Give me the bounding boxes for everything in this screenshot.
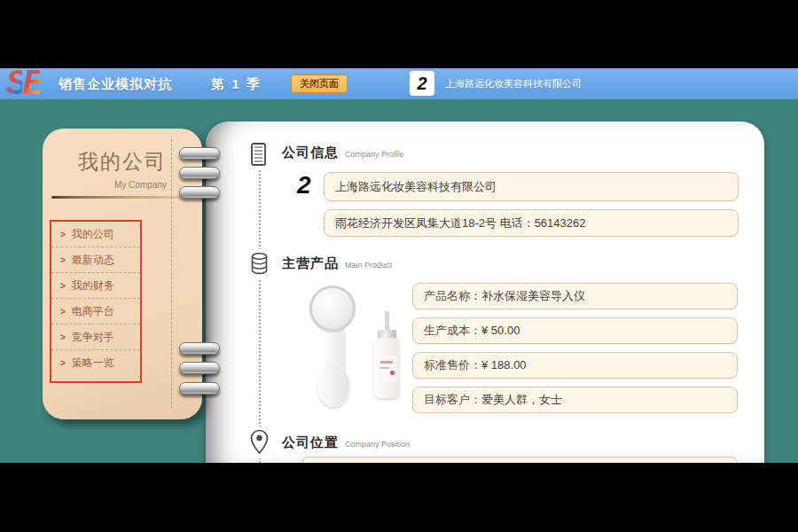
production-cost-field: 生产成本：¥ 50.00 [412,317,738,344]
notebook-page: 公司信息Company Profile 2 上海路远化妆美容科技有限公司 雨花经… [206,121,764,463]
section-timeline [259,148,261,463]
section-subtitle: Main Product [345,261,392,270]
company-address-field: 雨花经济开发区凤集大道18-2号 电话：56143262 [324,209,739,237]
app-title: 销售企业模拟对抗 [59,68,172,99]
season-label: 第 1 季 [211,68,262,99]
chevron-right-icon: > [60,358,66,368]
sidebar-item-label: 最新动态 [72,254,114,266]
building-icon [248,139,269,169]
sidebar-menu-highlighted: >我的公司 >最新动态 >我的财务 >电商平台 >竞争对手 >策略一览 [50,220,142,383]
section-title: 公司位置 [282,434,339,450]
company-logo-icon: 2 [410,71,434,96]
sidebar-item-label: 电商平台 [72,305,114,317]
chevron-right-icon: > [60,255,66,265]
topbar-company-name: 上海路远化妆美容科技有限公司 [445,68,582,99]
section-subtitle: Company Profile [345,150,404,159]
notebook-ring-icon [179,186,220,199]
sidebar-item-label: 我的财务 [72,279,114,292]
serum-bottle-label [378,356,396,382]
sidebar-stitch-line [171,139,172,409]
letterbox-top [0,0,798,68]
sidebar: 我的公司 My Company >我的公司 >最新动态 >我的财务 >电商平台 … [43,129,202,419]
top-navbar: SE 销售企业模拟对抗 第 1 季 关闭页面 2 上海路远化妆美容科技有限公司 [0,68,798,99]
letterbox-bottom [0,463,798,532]
product-name-field: 产品名称：补水保湿美容导入仪 [412,283,738,309]
sidebar-item-competitors[interactable]: >竞争对手 [51,325,140,350]
notebook-ring-icon [179,342,220,355]
beauty-device-head [309,286,356,332]
location-pin-icon [248,426,270,458]
chevron-right-icon: > [60,332,66,342]
sidebar-item-label: 策略一览 [72,356,114,369]
chevron-right-icon: > [60,307,66,317]
target-customer-field: 目标客户：爱美人群，女士 [412,387,738,413]
sidebar-title: 我的公司 [43,148,202,176]
chevron-right-icon: > [60,281,66,291]
standard-price-field: 标准售价：¥ 188.00 [412,352,738,379]
notebook-ring-icon [179,362,220,374]
section-header-company-profile: 公司信息Company Profile [282,145,404,161]
notebook-ring-icon [179,147,220,160]
serum-bottle [374,338,400,398]
sidebar-divider [51,196,190,199]
notebook-ring-icon [179,382,220,395]
screen: SE 销售企业模拟对抗 第 1 季 关闭页面 2 上海路远化妆美容科技有限公司 … [0,0,798,532]
sidebar-subtitle: My Company [114,180,167,190]
company-logo-icon: 2 [297,171,311,200]
sidebar-item-latest-news[interactable]: >最新动态 [51,247,140,273]
section-title: 公司信息 [282,145,339,160]
close-page-button[interactable]: 关闭页面 [291,74,348,93]
sidebar-item-my-finance[interactable]: >我的财务 [51,273,140,299]
section-subtitle: Company Position [345,440,410,449]
database-icon [249,249,270,278]
se-app-logo-icon: SE [5,65,40,100]
sidebar-item-label: 竞争对手 [72,331,114,343]
notebook-ring-icon [179,167,220,179]
beauty-device-grip [317,366,349,407]
sidebar-item-ecommerce-platform[interactable]: >电商平台 [51,299,140,325]
workspace-background: 我的公司 My Company >我的公司 >最新动态 >我的财务 >电商平台 … [0,99,798,463]
company-position-field [301,457,738,463]
company-name-field: 上海路远化妆美容科技有限公司 [324,172,739,201]
sidebar-item-my-company[interactable]: >我的公司 [51,222,140,247]
section-header-main-product: 主营产品Main Product [282,255,392,272]
sidebar-item-label: 我的公司 [72,228,114,240]
section-header-company-position: 公司位置Company Position [282,434,410,451]
section-title: 主营产品 [282,255,339,270]
chevron-right-icon: > [60,230,66,239]
sidebar-item-strategy-overview[interactable]: >策略一览 [51,350,140,376]
